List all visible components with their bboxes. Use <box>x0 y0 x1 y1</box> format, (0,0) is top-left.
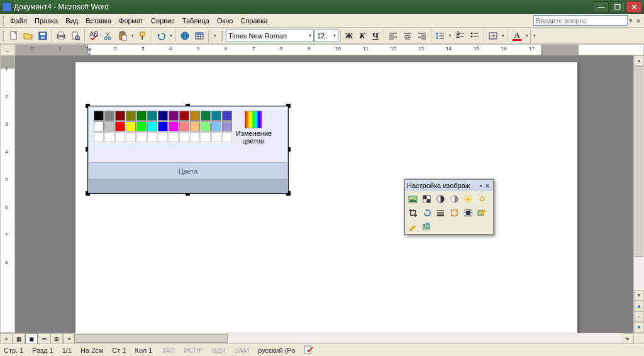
color-swatch[interactable] <box>169 111 179 121</box>
format-picture-button[interactable] <box>475 206 489 220</box>
line-spacing-dropdown[interactable]: ▾ <box>448 29 453 43</box>
color-swatch[interactable] <box>147 121 157 131</box>
reset-picture-button[interactable] <box>419 220 433 233</box>
paste-button[interactable] <box>116 29 130 43</box>
view-web-button[interactable]: ▦ <box>13 333 25 344</box>
horizontal-scrollbar[interactable]: ◄ ► <box>64 333 633 343</box>
color-swatch-empty[interactable] <box>179 132 189 142</box>
color-swatch-empty[interactable] <box>169 132 179 142</box>
color-swatch[interactable] <box>147 111 157 121</box>
color-swatch-empty[interactable] <box>158 132 168 142</box>
status-lang[interactable]: русский (Ро <box>258 347 295 354</box>
horizontal-ruler[interactable]: 3211234567891011121314151617 <box>15 44 644 55</box>
tab-selector[interactable]: ∟ <box>0 44 15 55</box>
numbered-list-button[interactable]: 12 <box>453 29 467 43</box>
text-wrapping-button[interactable] <box>461 206 475 220</box>
new-doc-button[interactable] <box>7 29 21 43</box>
underline-button[interactable]: Ч <box>369 30 382 42</box>
insert-picture-button[interactable] <box>406 192 419 206</box>
color-swatch-empty[interactable] <box>115 132 125 142</box>
compress-picture-button[interactable] <box>447 206 461 220</box>
save-button[interactable] <box>36 29 50 43</box>
color-swatch[interactable] <box>136 111 147 121</box>
borders-dropdown[interactable]: ▾ <box>501 29 506 43</box>
scroll-track[interactable] <box>634 66 644 290</box>
color-swatch-empty[interactable] <box>136 132 147 142</box>
color-swatch-empty[interactable] <box>222 132 232 142</box>
help-question-input[interactable] <box>533 15 628 26</box>
selected-object[interactable]: Изменение цветов Цвета <box>87 106 289 194</box>
document-page[interactable] <box>75 62 578 333</box>
toolbar-overflow[interactable]: ▾ <box>530 29 538 43</box>
format-painter-button[interactable] <box>136 29 150 43</box>
previous-page-button[interactable]: ▲ <box>634 301 644 311</box>
grip-icon[interactable] <box>3 16 5 26</box>
menu-tools[interactable]: Сервис <box>147 16 179 26</box>
grip-icon[interactable] <box>221 31 224 41</box>
set-transparent-color-button[interactable] <box>406 220 419 233</box>
vertical-ruler[interactable]: 2112345678 <box>0 55 15 333</box>
hscroll-thumb[interactable] <box>74 334 228 343</box>
color-swatch[interactable] <box>222 111 232 121</box>
borders-button[interactable] <box>486 29 500 43</box>
font-name-selector[interactable]: Times New Roman▾ <box>226 30 314 42</box>
line-style-button[interactable] <box>433 206 447 220</box>
paste-dropdown[interactable]: ▾ <box>130 29 135 43</box>
scroll-thumb[interactable] <box>635 66 643 257</box>
hyperlink-button[interactable] <box>178 29 192 43</box>
color-swatch-empty[interactable] <box>201 132 211 142</box>
bulleted-list-button[interactable] <box>468 29 482 43</box>
view-outline-button[interactable]: ≔ <box>38 333 50 344</box>
color-swatch[interactable] <box>158 121 168 131</box>
view-reading-button[interactable]: ⊞ <box>50 333 63 344</box>
status-ext[interactable]: ВДЛ <box>212 347 226 354</box>
close-button[interactable]: ✕ <box>626 1 641 13</box>
picture-toolbar-close[interactable]: × <box>484 182 491 189</box>
color-swatch-empty[interactable] <box>190 132 200 142</box>
status-ovr[interactable]: ЗАМ <box>235 347 249 354</box>
menu-insert[interactable]: Вставка <box>82 16 115 26</box>
color-swatch-empty[interactable] <box>94 132 104 142</box>
color-swatch[interactable] <box>94 121 104 131</box>
menu-window[interactable]: Окно <box>213 16 237 26</box>
align-left-button[interactable] <box>386 29 400 43</box>
next-page-button[interactable]: ▼ <box>634 322 644 333</box>
color-swatch-empty[interactable] <box>126 132 136 142</box>
spellcheck-button[interactable]: ABC <box>87 29 101 43</box>
font-color-button[interactable]: A <box>510 29 524 43</box>
cut-button[interactable] <box>101 29 115 43</box>
color-swatch[interactable] <box>201 121 211 131</box>
color-swatch[interactable] <box>126 121 136 131</box>
view-normal-button[interactable]: ≡ <box>0 333 13 344</box>
change-colors-button[interactable]: Изменение цветов <box>236 111 270 161</box>
spellcheck-status-icon[interactable] <box>304 345 314 355</box>
color-swatch[interactable] <box>169 121 179 131</box>
doc-close-button[interactable]: × <box>634 17 643 25</box>
color-swatch-empty[interactable] <box>147 132 157 142</box>
crop-button[interactable] <box>406 206 419 220</box>
menu-format[interactable]: Формат <box>115 16 147 26</box>
minimize-button[interactable]: — <box>594 1 609 13</box>
status-rec[interactable]: ЗАП <box>161 347 175 354</box>
color-swatch[interactable] <box>179 111 189 121</box>
undo-dropdown[interactable]: ▾ <box>169 29 174 43</box>
scroll-up-button[interactable]: ▲ <box>634 55 644 66</box>
color-swatch[interactable] <box>190 111 200 121</box>
print-preview-button[interactable] <box>69 29 82 43</box>
color-swatch[interactable] <box>136 121 147 131</box>
color-swatch[interactable] <box>201 111 211 121</box>
maximize-button[interactable]: ❐ <box>610 1 625 13</box>
rotate-left-button[interactable] <box>419 206 433 220</box>
color-swatch[interactable] <box>94 111 104 121</box>
italic-button[interactable]: К <box>356 30 369 42</box>
color-swatch[interactable] <box>115 111 125 121</box>
scroll-right-button[interactable]: ► <box>623 333 633 344</box>
color-swatch-empty[interactable] <box>104 132 114 142</box>
menu-help[interactable]: Справка <box>236 16 271 26</box>
color-swatch[interactable] <box>126 111 136 121</box>
menu-edit[interactable]: Правка <box>31 16 62 26</box>
vertical-scrollbar[interactable]: ▲ ▼ ▲ ◦ ▼ <box>633 55 644 333</box>
grip-icon[interactable] <box>3 31 5 41</box>
menu-file[interactable]: Файл <box>6 16 31 26</box>
color-swatch-empty[interactable] <box>211 132 221 142</box>
